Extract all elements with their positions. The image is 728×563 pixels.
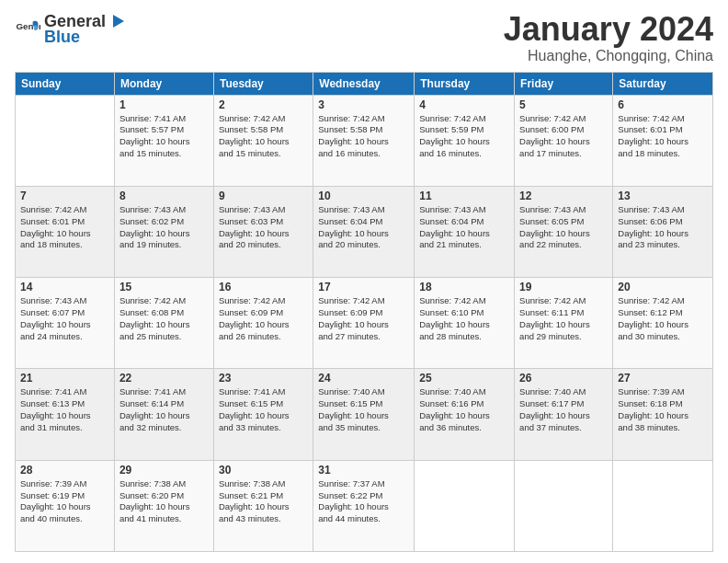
month-title: January 2024 bbox=[504, 11, 713, 48]
cell-details: Sunrise: 7:42 AMSunset: 6:09 PMDaylight:… bbox=[219, 295, 308, 342]
cell-details: Sunrise: 7:41 AMSunset: 6:15 PMDaylight:… bbox=[219, 386, 308, 433]
day-number: 1 bbox=[119, 98, 209, 111]
cell-details: Sunrise: 7:41 AMSunset: 6:14 PMDaylight:… bbox=[119, 386, 209, 433]
table-row: 7Sunrise: 7:42 AMSunset: 6:01 PMDaylight… bbox=[16, 186, 713, 277]
cell-details: Sunrise: 7:40 AMSunset: 6:17 PMDaylight:… bbox=[519, 386, 608, 433]
day-number: 27 bbox=[618, 372, 708, 385]
logo: General General Blue bbox=[15, 11, 126, 47]
day-number: 12 bbox=[519, 190, 608, 202]
table-cell: 8Sunrise: 7:43 AMSunset: 6:02 PMDaylight… bbox=[114, 186, 213, 277]
table-row: 21Sunrise: 7:41 AMSunset: 6:13 PMDayligh… bbox=[16, 369, 713, 460]
page: General General Blue January 2024 Huangh… bbox=[0, 0, 728, 563]
table-row: 28Sunrise: 7:39 AMSunset: 6:19 PMDayligh… bbox=[16, 460, 713, 551]
day-number: 31 bbox=[318, 464, 409, 477]
table-cell: 28Sunrise: 7:39 AMSunset: 6:19 PMDayligh… bbox=[16, 460, 115, 551]
day-number: 11 bbox=[419, 190, 509, 202]
day-number: 2 bbox=[219, 98, 308, 111]
day-number: 20 bbox=[618, 281, 708, 293]
cell-details: Sunrise: 7:42 AMSunset: 6:01 PMDaylight:… bbox=[618, 113, 708, 160]
svg-marker-1 bbox=[113, 15, 124, 28]
cell-details: Sunrise: 7:38 AMSunset: 6:20 PMDaylight:… bbox=[119, 478, 209, 525]
col-monday: Monday bbox=[114, 72, 213, 95]
table-cell: 5Sunrise: 7:42 AMSunset: 6:00 PMDaylight… bbox=[515, 95, 613, 186]
day-number: 28 bbox=[20, 464, 109, 477]
day-number: 25 bbox=[419, 372, 509, 385]
col-tuesday: Tuesday bbox=[213, 72, 313, 95]
day-number: 21 bbox=[20, 372, 109, 385]
cell-details: Sunrise: 7:42 AMSunset: 6:09 PMDaylight:… bbox=[318, 295, 409, 342]
cell-details: Sunrise: 7:39 AMSunset: 6:19 PMDaylight:… bbox=[20, 478, 109, 525]
day-number: 26 bbox=[519, 372, 608, 385]
table-cell: 27Sunrise: 7:39 AMSunset: 6:18 PMDayligh… bbox=[613, 369, 713, 460]
cell-details: Sunrise: 7:42 AMSunset: 6:01 PMDaylight:… bbox=[20, 204, 109, 251]
col-sunday: Sunday bbox=[16, 72, 115, 95]
table-cell bbox=[16, 95, 115, 186]
table-cell: 3Sunrise: 7:42 AMSunset: 5:58 PMDaylight… bbox=[313, 95, 415, 186]
day-number: 14 bbox=[20, 281, 109, 293]
table-cell: 2Sunrise: 7:42 AMSunset: 5:58 PMDaylight… bbox=[213, 95, 313, 186]
day-number: 8 bbox=[119, 190, 209, 202]
day-number: 13 bbox=[618, 190, 708, 202]
table-cell: 10Sunrise: 7:43 AMSunset: 6:04 PMDayligh… bbox=[313, 186, 415, 277]
logo-icon: General bbox=[15, 17, 40, 42]
table-cell: 29Sunrise: 7:38 AMSunset: 6:20 PMDayligh… bbox=[114, 460, 213, 551]
cell-details: Sunrise: 7:43 AMSunset: 6:02 PMDaylight:… bbox=[119, 204, 209, 251]
table-row: 14Sunrise: 7:43 AMSunset: 6:07 PMDayligh… bbox=[16, 278, 713, 369]
cell-details: Sunrise: 7:42 AMSunset: 5:59 PMDaylight:… bbox=[419, 113, 509, 160]
cell-details: Sunrise: 7:41 AMSunset: 6:13 PMDaylight:… bbox=[20, 386, 109, 433]
day-number: 30 bbox=[219, 464, 308, 477]
cell-details: Sunrise: 7:42 AMSunset: 6:12 PMDaylight:… bbox=[618, 295, 708, 342]
table-cell: 30Sunrise: 7:38 AMSunset: 6:21 PMDayligh… bbox=[213, 460, 313, 551]
cell-details: Sunrise: 7:43 AMSunset: 6:05 PMDaylight:… bbox=[519, 204, 608, 251]
logo-arrow-icon bbox=[106, 11, 126, 31]
header-row: Sunday Monday Tuesday Wednesday Thursday… bbox=[16, 72, 713, 95]
cell-details: Sunrise: 7:42 AMSunset: 5:58 PMDaylight:… bbox=[219, 113, 308, 160]
day-number: 16 bbox=[219, 281, 308, 293]
table-cell: 24Sunrise: 7:40 AMSunset: 6:15 PMDayligh… bbox=[313, 369, 415, 460]
table-cell: 18Sunrise: 7:42 AMSunset: 6:10 PMDayligh… bbox=[415, 278, 515, 369]
table-cell: 11Sunrise: 7:43 AMSunset: 6:04 PMDayligh… bbox=[415, 186, 515, 277]
day-number: 7 bbox=[20, 190, 109, 202]
calendar-table: Sunday Monday Tuesday Wednesday Thursday… bbox=[15, 72, 713, 552]
day-number: 10 bbox=[318, 190, 409, 202]
day-number: 24 bbox=[318, 372, 409, 385]
table-cell: 23Sunrise: 7:41 AMSunset: 6:15 PMDayligh… bbox=[213, 369, 313, 460]
day-number: 29 bbox=[119, 464, 209, 477]
cell-details: Sunrise: 7:42 AMSunset: 6:00 PMDaylight:… bbox=[519, 113, 608, 160]
cell-details: Sunrise: 7:37 AMSunset: 6:22 PMDaylight:… bbox=[318, 478, 409, 525]
table-cell: 9Sunrise: 7:43 AMSunset: 6:03 PMDaylight… bbox=[213, 186, 313, 277]
table-cell: 6Sunrise: 7:42 AMSunset: 6:01 PMDaylight… bbox=[613, 95, 713, 186]
cell-details: Sunrise: 7:41 AMSunset: 5:57 PMDaylight:… bbox=[119, 113, 209, 160]
table-cell: 4Sunrise: 7:42 AMSunset: 5:59 PMDaylight… bbox=[415, 95, 515, 186]
cell-details: Sunrise: 7:42 AMSunset: 6:11 PMDaylight:… bbox=[519, 295, 608, 342]
cell-details: Sunrise: 7:43 AMSunset: 6:04 PMDaylight:… bbox=[318, 204, 409, 251]
cell-details: Sunrise: 7:40 AMSunset: 6:16 PMDaylight:… bbox=[419, 386, 509, 433]
table-cell: 16Sunrise: 7:42 AMSunset: 6:09 PMDayligh… bbox=[213, 278, 313, 369]
col-saturday: Saturday bbox=[613, 72, 713, 95]
day-number: 4 bbox=[419, 98, 509, 111]
cell-details: Sunrise: 7:43 AMSunset: 6:06 PMDaylight:… bbox=[618, 204, 708, 251]
table-cell: 20Sunrise: 7:42 AMSunset: 6:12 PMDayligh… bbox=[613, 278, 713, 369]
table-cell: 31Sunrise: 7:37 AMSunset: 6:22 PMDayligh… bbox=[313, 460, 415, 551]
cell-details: Sunrise: 7:42 AMSunset: 5:58 PMDaylight:… bbox=[318, 113, 409, 160]
cell-details: Sunrise: 7:43 AMSunset: 6:07 PMDaylight:… bbox=[20, 295, 109, 342]
cell-details: Sunrise: 7:43 AMSunset: 6:03 PMDaylight:… bbox=[219, 204, 308, 251]
table-row: 1Sunrise: 7:41 AMSunset: 5:57 PMDaylight… bbox=[16, 95, 713, 186]
table-cell: 21Sunrise: 7:41 AMSunset: 6:13 PMDayligh… bbox=[16, 369, 115, 460]
col-friday: Friday bbox=[515, 72, 613, 95]
col-wednesday: Wednesday bbox=[313, 72, 415, 95]
day-number: 19 bbox=[519, 281, 608, 293]
table-cell bbox=[515, 460, 613, 551]
title-block: January 2024 Huanghe, Chongqing, China bbox=[504, 11, 713, 64]
day-number: 6 bbox=[618, 98, 708, 111]
table-cell: 12Sunrise: 7:43 AMSunset: 6:05 PMDayligh… bbox=[515, 186, 613, 277]
table-cell bbox=[613, 460, 713, 551]
header: General General Blue January 2024 Huangh… bbox=[15, 11, 713, 64]
table-cell: 17Sunrise: 7:42 AMSunset: 6:09 PMDayligh… bbox=[313, 278, 415, 369]
col-thursday: Thursday bbox=[415, 72, 515, 95]
day-number: 17 bbox=[318, 281, 409, 293]
day-number: 22 bbox=[119, 372, 209, 385]
location-title: Huanghe, Chongqing, China bbox=[504, 48, 713, 64]
day-number: 23 bbox=[219, 372, 308, 385]
table-cell: 15Sunrise: 7:42 AMSunset: 6:08 PMDayligh… bbox=[114, 278, 213, 369]
